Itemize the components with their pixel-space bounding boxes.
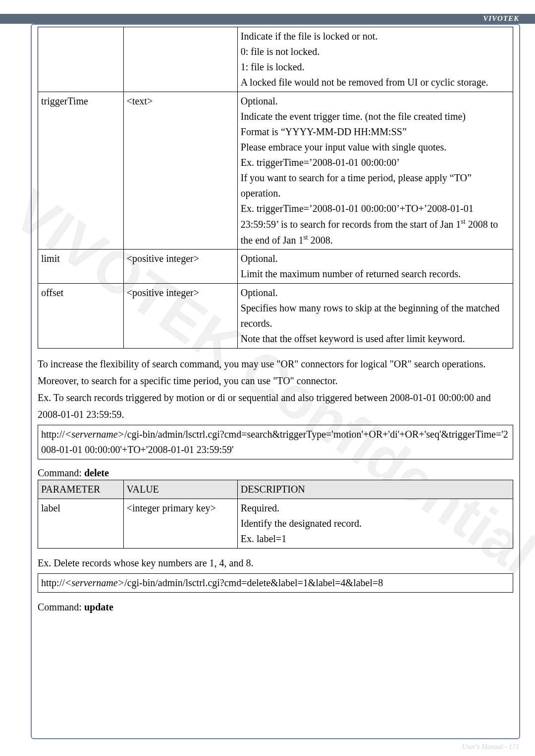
cell-desc: Optional. Specifies how many rows to ski…	[237, 284, 513, 349]
table-row: Indicate if the file is locked or not. 0…	[38, 27, 513, 92]
cell-value: <integer primary key>	[123, 499, 237, 549]
cell-desc: Indicate if the file is locked or not. 0…	[237, 27, 513, 92]
cell-value: <positive integer>	[123, 250, 237, 284]
cell-desc: Optional. Indicate the event trigger tim…	[237, 92, 513, 250]
command-delete-heading: Command: delete	[38, 467, 513, 479]
table-row: triggerTime <text> Optional. Indicate th…	[38, 92, 513, 250]
params-table-delete: PARAMETER VALUE DESCRIPTION label <integ…	[38, 480, 513, 549]
brand-label: VIVOTEK	[483, 14, 519, 23]
command-update-heading: Command: update	[38, 602, 513, 613]
params-table-search: Indicate if the file is locked or not. 0…	[38, 27, 513, 349]
table-header-row: PARAMETER VALUE DESCRIPTION	[38, 480, 513, 499]
command-name: update	[84, 602, 113, 612]
url-example-delete: http://<servername>/cgi-bin/admin/lsctrl…	[38, 573, 513, 593]
page-footer: User's Manual - 171	[462, 743, 519, 751]
command-label: Command:	[38, 467, 84, 478]
cell-param: offset	[38, 284, 124, 349]
url-prefix: http://	[41, 577, 65, 588]
paragraph-example-intro: Ex. To search records triggered by motio…	[38, 389, 513, 423]
paragraph-delete-example: Ex. Delete records whose key numbers are…	[38, 554, 513, 571]
col-header-desc: DESCRIPTION	[237, 480, 513, 499]
url-suffix: /cgi-bin/admin/lsctrl.cgi?cmd=delete&lab…	[124, 577, 383, 588]
command-label: Command:	[38, 602, 84, 612]
url-servername: <servername>	[65, 429, 124, 440]
cell-param: label	[38, 499, 124, 549]
table-row: limit <positive integer> Optional. Limit…	[38, 250, 513, 284]
url-prefix: http://	[41, 429, 65, 440]
cell-desc: Optional. Limit the maximum number of re…	[237, 250, 513, 284]
page-frame: VIVOTEK Confidential Indicate if the fil…	[31, 24, 520, 739]
command-name: delete	[84, 467, 109, 478]
cell-param: triggerTime	[38, 92, 124, 250]
cell-param: limit	[38, 250, 124, 284]
col-header-value: VALUE	[123, 480, 237, 499]
header-bar	[0, 14, 535, 24]
cell-desc: Required. Identify the designated record…	[237, 499, 513, 549]
cell-value: <text>	[123, 92, 237, 250]
cell-value: <positive integer>	[123, 284, 237, 349]
table-row: label <integer primary key> Required. Id…	[38, 499, 513, 549]
paragraph-or-explain: To increase the flexibility of search co…	[38, 355, 513, 389]
url-servername: <servername>	[65, 577, 124, 588]
table-row: offset <positive integer> Optional. Spec…	[38, 284, 513, 349]
cell-value	[123, 27, 237, 92]
col-header-param: PARAMETER	[38, 480, 124, 499]
url-example-search: http://<servername>/cgi-bin/admin/lsctrl…	[38, 425, 513, 459]
cell-param	[38, 27, 124, 92]
